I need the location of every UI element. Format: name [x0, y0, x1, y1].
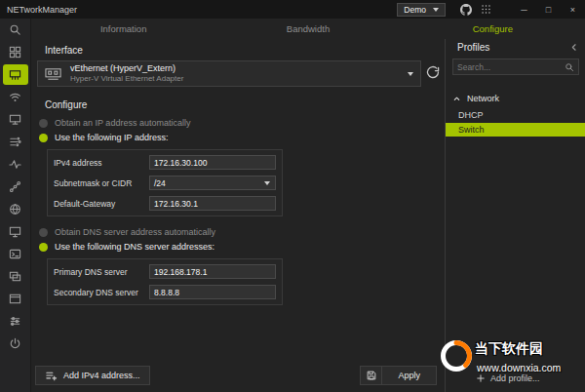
- traceroute-icon: [9, 180, 21, 193]
- radio-dns-automatic-label: Obtain DNS server address automatically: [55, 227, 215, 237]
- subnetmask-dropdown[interactable]: /24: [149, 176, 276, 190]
- sidebar-item-putty[interactable]: [0, 265, 31, 288]
- profiles-panel: Profiles Network DHCP Switch Add profile…: [445, 39, 585, 392]
- github-icon: [460, 4, 472, 16]
- putty-icon: [9, 270, 21, 283]
- adapter-name: vEthernet (HyperV_Extern): [70, 63, 183, 74]
- dns-fields-group: Primary DNS server Secondary DNS server: [47, 258, 283, 305]
- header-profile-dropdown-label: Demo: [404, 5, 426, 15]
- apply-button[interactable]: Apply: [360, 366, 437, 385]
- interface-dropdown[interactable]: vEthernet (HyperV_Extern) Hyper-V Virtua…: [37, 60, 421, 87]
- chevron-down-icon: [433, 8, 439, 12]
- primary-dns-input[interactable]: [149, 264, 276, 279]
- configure-section-label: Configure: [45, 99, 87, 110]
- sidebar-item-search[interactable]: [0, 19, 31, 41]
- sidebar-item-remote-desktop[interactable]: [0, 220, 31, 243]
- wake-on-lan-icon: [9, 337, 21, 350]
- sidebar-item-ping-monitor[interactable]: [0, 153, 31, 176]
- network-interface-icon: [9, 68, 21, 81]
- radio-dns-manual-label: Use the following DNS server addresses:: [55, 242, 214, 252]
- profile-group-network[interactable]: Network: [452, 94, 499, 103]
- sidebar-item-traceroute[interactable]: [0, 176, 31, 198]
- tab-configure[interactable]: Configure: [401, 19, 585, 39]
- chevron-down-icon: [264, 181, 270, 185]
- sidebar-item-wake-on-lan[interactable]: [0, 333, 31, 355]
- secondary-dns-label: Secondary DNS server: [54, 288, 149, 297]
- sidebar-item-web-console[interactable]: [0, 288, 31, 310]
- sidebar-item-wifi[interactable]: [0, 86, 31, 108]
- titlebar: NETworkManager Demo ─ □ ×: [0, 0, 585, 19]
- close-button[interactable]: ×: [561, 0, 585, 19]
- radio-dns-manual[interactable]: Use the following DNS server addresses:: [39, 242, 214, 252]
- sidebar-item-powershell[interactable]: [0, 243, 31, 265]
- apps-grid-button[interactable]: [476, 0, 496, 19]
- refresh-interfaces-button[interactable]: [426, 65, 440, 79]
- search-icon: [565, 62, 574, 72]
- radio-ip-manual[interactable]: Use the following IP address:: [39, 133, 168, 142]
- tabbar: Information Bandwidth Configure: [31, 19, 585, 39]
- radio-off-icon: [39, 119, 48, 128]
- ip-fields-group: IPv4 address Subnetmask or CIDR /24 Defa…: [47, 149, 283, 216]
- profile-item-dhcp[interactable]: DHCP: [446, 108, 585, 122]
- maximize-button[interactable]: □: [536, 0, 561, 19]
- profile-search-box: [452, 59, 579, 75]
- refresh-icon: [426, 65, 440, 79]
- port-scanner-icon: [9, 136, 21, 148]
- minimize-button[interactable]: ─: [512, 0, 536, 19]
- ipv4-address-input[interactable]: [149, 155, 276, 170]
- radio-on-icon: [39, 243, 48, 252]
- add-ipv4-button[interactable]: Add IPv4 address...: [35, 366, 150, 385]
- profile-group-label: Network: [467, 94, 499, 103]
- remote-desktop-icon: [9, 225, 21, 238]
- default-gateway-input[interactable]: [149, 196, 276, 211]
- add-profile-button-label: Add profile...: [490, 373, 540, 383]
- chevron-down-icon: [408, 72, 413, 76]
- chevron-left-icon: [568, 42, 579, 53]
- save-icon: [361, 367, 382, 384]
- profile-search-input[interactable]: [453, 59, 565, 74]
- sidebar-item-dns-lookup[interactable]: [0, 198, 31, 220]
- radio-on-icon: [39, 134, 48, 142]
- powershell-icon: [9, 248, 21, 260]
- github-button[interactable]: [455, 0, 476, 19]
- primary-dns-label: Primary DNS server: [54, 267, 149, 277]
- list-add-icon: [45, 370, 58, 382]
- profile-item-switch[interactable]: Switch: [446, 123, 585, 137]
- dns-lookup-icon: [9, 203, 21, 216]
- wifi-icon: [9, 91, 21, 103]
- ipv4-address-label: IPv4 address: [54, 158, 149, 168]
- sidebar-item-ip-scanner[interactable]: [0, 108, 31, 131]
- plus-icon: [476, 373, 486, 383]
- header-profile-dropdown[interactable]: Demo: [397, 3, 446, 17]
- apply-button-label: Apply: [382, 371, 436, 380]
- ping-monitor-icon: [9, 158, 21, 171]
- collapse-profiles-button[interactable]: [568, 42, 579, 53]
- sidebar-item-snmp[interactable]: [0, 310, 31, 333]
- radio-off-icon: [39, 228, 48, 237]
- sidebar-item-port-scanner[interactable]: [0, 131, 31, 153]
- tab-information[interactable]: Information: [31, 19, 215, 39]
- sidebar: [0, 19, 31, 392]
- sidebar-item-dashboard[interactable]: [0, 41, 31, 63]
- search-icon: [9, 23, 21, 36]
- ip-scanner-icon: [9, 113, 21, 126]
- app-title: NETworkManager: [0, 5, 77, 15]
- radio-ip-automatic[interactable]: Obtain an IP address automatically: [39, 118, 190, 128]
- chevron-up-icon: [452, 95, 461, 103]
- adapter-description: Hyper-V Virtual Ethernet Adapter: [70, 74, 183, 84]
- subnetmask-value: /24: [154, 178, 166, 188]
- default-gateway-label: Default-Gateway: [54, 199, 149, 209]
- subnetmask-label: Subnetmask or CIDR: [54, 178, 149, 188]
- secondary-dns-input[interactable]: [149, 285, 276, 299]
- radio-dns-automatic[interactable]: Obtain DNS server address automatically: [39, 227, 215, 237]
- radio-ip-automatic-label: Obtain an IP address automatically: [55, 118, 190, 128]
- add-ipv4-button-label: Add IPv4 address...: [63, 371, 140, 380]
- web-console-icon: [9, 293, 21, 305]
- dashboard-icon: [9, 46, 21, 59]
- app-window: NETworkManager Demo ─ □ × Information Ba…: [0, 0, 585, 392]
- add-profile-button[interactable]: Add profile...: [476, 373, 540, 383]
- radio-ip-manual-label: Use the following IP address:: [55, 133, 168, 142]
- profiles-header: Profiles: [457, 42, 489, 53]
- tab-bandwidth[interactable]: Bandwidth: [215, 19, 400, 39]
- sidebar-item-network-interface[interactable]: [0, 63, 31, 86]
